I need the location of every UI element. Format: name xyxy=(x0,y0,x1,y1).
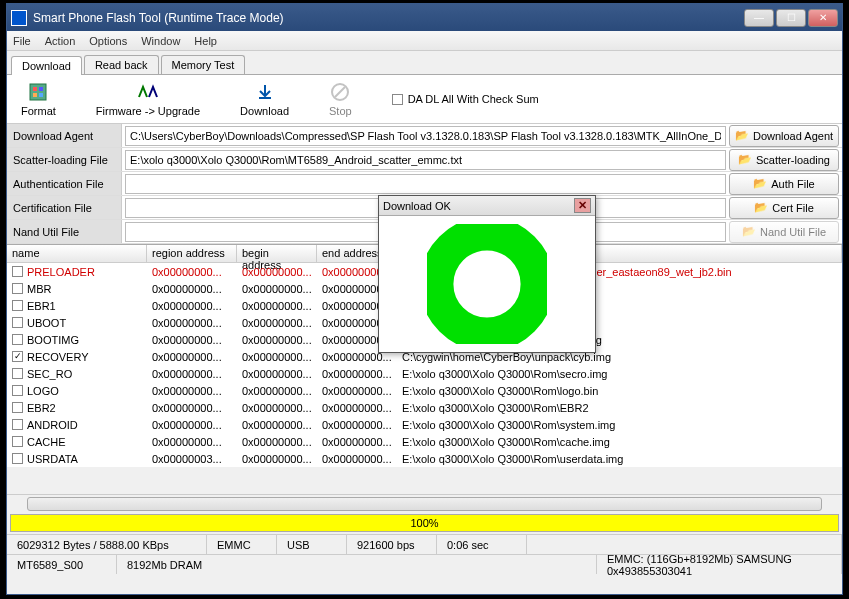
menu-help[interactable]: Help xyxy=(194,35,217,47)
folder-icon: 📂 xyxy=(754,201,768,214)
row-end: 0x00000000... xyxy=(317,385,397,397)
row-name: LOGO xyxy=(27,385,59,397)
table-row[interactable]: SEC_RO0x00000000...0x00000000...0x000000… xyxy=(7,365,842,382)
row-checkbox[interactable] xyxy=(12,453,23,464)
row-location: E:\xolo q3000\Xolo Q3000\Rom\userdata.im… xyxy=(397,453,842,465)
scatter-input[interactable] xyxy=(125,150,726,170)
status-empty xyxy=(527,535,842,554)
folder-icon: 📂 xyxy=(735,129,749,142)
row-checkbox[interactable] xyxy=(12,385,23,396)
row-begin: 0x00000000... xyxy=(237,317,317,329)
svg-rect-2 xyxy=(39,87,43,91)
nand-label: Nand Util File xyxy=(7,220,122,243)
row-checkbox[interactable] xyxy=(12,266,23,277)
table-row[interactable]: ANDROID0x00000000...0x00000000...0x00000… xyxy=(7,416,842,433)
dialog-close-button[interactable]: ✕ xyxy=(574,198,591,213)
dialog-title: Download OK xyxy=(383,200,574,212)
row-name: BOOTIMG xyxy=(27,334,79,346)
menu-file[interactable]: File xyxy=(13,35,31,47)
status-usb: USB xyxy=(277,535,347,554)
menu-action[interactable]: Action xyxy=(45,35,76,47)
toolbar: Format Firmware -> Upgrade Download Stop… xyxy=(7,75,842,124)
close-button[interactable]: ✕ xyxy=(808,9,838,27)
scatter-browse-button[interactable]: 📂Scatter-loading xyxy=(729,149,839,171)
nand-browse-button[interactable]: 📂Nand Util File xyxy=(729,221,839,243)
window-title: Smart Phone Flash Tool (Runtime Trace Mo… xyxy=(33,11,744,25)
success-ring-icon xyxy=(427,224,547,344)
horizontal-scrollbar[interactable] xyxy=(7,494,842,512)
row-region: 0x00000000... xyxy=(147,368,237,380)
row-region: 0x00000000... xyxy=(147,300,237,312)
stop-button[interactable]: Stop xyxy=(329,81,352,117)
menu-window[interactable]: Window xyxy=(141,35,180,47)
auth-browse-button[interactable]: 📂Auth File xyxy=(729,173,839,195)
row-region: 0x00000000... xyxy=(147,419,237,431)
tab-readback[interactable]: Read back xyxy=(84,55,159,74)
scatter-label: Scatter-loading File xyxy=(7,148,122,171)
format-button[interactable]: Format xyxy=(21,81,56,117)
row-checkbox[interactable]: ✓ xyxy=(12,351,23,362)
menu-options[interactable]: Options xyxy=(89,35,127,47)
row-end: 0x00000000... xyxy=(317,436,397,448)
tab-download[interactable]: Download xyxy=(11,56,82,75)
table-row[interactable]: LOGO0x00000000...0x00000000...0x00000000… xyxy=(7,382,842,399)
row-begin: 0x00000000... xyxy=(237,402,317,414)
titlebar[interactable]: Smart Phone Flash Tool (Runtime Trace Mo… xyxy=(7,4,842,31)
download-button[interactable]: Download xyxy=(240,81,289,117)
row-begin: 0x00000000... xyxy=(237,453,317,465)
checksum-checkbox[interactable]: DA DL All With Check Sum xyxy=(392,93,539,105)
row-name: RECOVERY xyxy=(27,351,89,363)
maximize-button[interactable]: ☐ xyxy=(776,9,806,27)
row-region: 0x00000000... xyxy=(147,351,237,363)
da-input[interactable] xyxy=(125,126,726,146)
row-checkbox[interactable] xyxy=(12,402,23,413)
row-end: 0x00000000... xyxy=(317,368,397,380)
row-name: MBR xyxy=(27,283,51,295)
scroll-thumb[interactable] xyxy=(27,497,822,511)
tab-memtest[interactable]: Memory Test xyxy=(161,55,246,74)
format-icon xyxy=(27,81,49,103)
da-browse-button[interactable]: 📂Download Agent xyxy=(729,125,839,147)
svg-point-8 xyxy=(437,234,538,335)
row-begin: 0x00000000... xyxy=(237,419,317,431)
table-row[interactable]: CACHE0x00000000...0x00000000...0x0000000… xyxy=(7,433,842,450)
row-location: E:\xolo q3000\Xolo Q3000\Rom\system.img xyxy=(397,419,842,431)
dialog-titlebar[interactable]: Download OK ✕ xyxy=(379,196,595,216)
row-begin: 0x00000000... xyxy=(237,300,317,312)
upgrade-button[interactable]: Firmware -> Upgrade xyxy=(96,81,200,117)
th-name[interactable]: name xyxy=(7,245,147,262)
svg-rect-0 xyxy=(30,84,46,100)
folder-icon: 📂 xyxy=(742,225,756,238)
row-begin: 0x00000000... xyxy=(237,283,317,295)
row-region: 0x00000000... xyxy=(147,283,237,295)
auth-label: Authentication File xyxy=(7,172,122,195)
table-row[interactable]: EBR20x00000000...0x00000000...0x00000000… xyxy=(7,399,842,416)
row-region: 0x00000000... xyxy=(147,317,237,329)
row-name: EBR2 xyxy=(27,402,56,414)
row-checkbox[interactable] xyxy=(12,419,23,430)
cert-browse-button[interactable]: 📂Cert File xyxy=(729,197,839,219)
svg-rect-1 xyxy=(33,87,37,91)
row-end: 0x00000000... xyxy=(317,419,397,431)
da-label: Download Agent xyxy=(7,124,122,147)
upgrade-icon xyxy=(137,81,159,103)
table-row[interactable]: USRDATA0x00000003...0x00000000...0x00000… xyxy=(7,450,842,467)
download-ok-dialog: Download OK ✕ xyxy=(378,195,596,353)
row-location: E:\xolo q3000\Xolo Q3000\Rom\cache.img xyxy=(397,436,842,448)
th-region[interactable]: region address xyxy=(147,245,237,262)
row-end: 0x00000000... xyxy=(317,402,397,414)
row-checkbox[interactable] xyxy=(12,334,23,345)
row-region: 0x00000003... xyxy=(147,453,237,465)
row-location: E:\xolo q3000\Xolo Q3000\Rom\EBR2 xyxy=(397,402,842,414)
row-begin: 0x00000000... xyxy=(237,334,317,346)
row-checkbox[interactable] xyxy=(12,300,23,311)
checkbox-icon xyxy=(392,94,403,105)
row-checkbox[interactable] xyxy=(12,436,23,447)
row-checkbox[interactable] xyxy=(12,317,23,328)
row-checkbox[interactable] xyxy=(12,368,23,379)
row-checkbox[interactable] xyxy=(12,283,23,294)
minimize-button[interactable]: — xyxy=(744,9,774,27)
auth-input[interactable] xyxy=(125,174,726,194)
status-time: 0:06 sec xyxy=(437,535,527,554)
th-begin[interactable]: begin address xyxy=(237,245,317,262)
